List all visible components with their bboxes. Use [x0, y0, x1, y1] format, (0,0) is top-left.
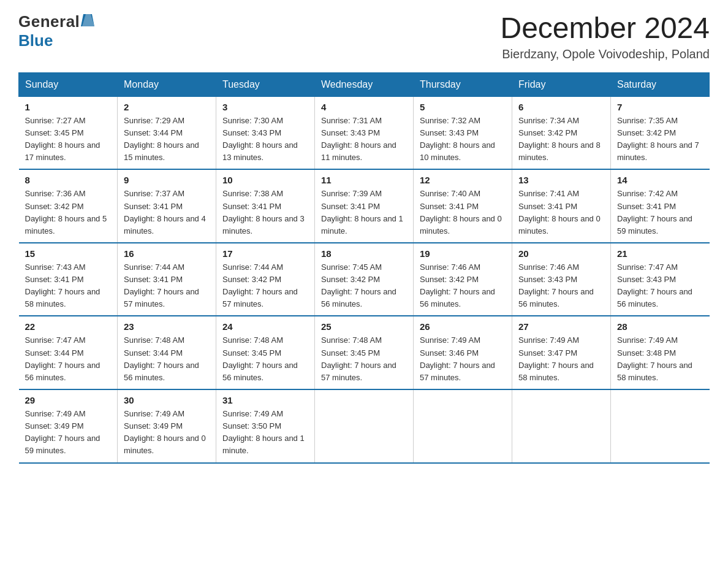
day-number: 31 — [222, 395, 308, 405]
day-number: 22 — [25, 321, 112, 332]
day-number: 11 — [321, 175, 407, 185]
day-number: 26 — [420, 321, 506, 332]
day-info: Sunrise: 7:48 AMSunset: 3:45 PMDaylight:… — [222, 334, 308, 384]
weekday-header-saturday: Saturday — [611, 72, 710, 96]
day-info: Sunrise: 7:35 AMSunset: 3:42 PMDaylight:… — [617, 115, 703, 164]
calendar-week-4: 22 Sunrise: 7:47 AMSunset: 3:44 PMDaylig… — [19, 316, 710, 389]
day-number: 12 — [420, 175, 506, 185]
day-info: Sunrise: 7:46 AMSunset: 3:42 PMDaylight:… — [420, 261, 506, 311]
day-number: 9 — [124, 175, 210, 185]
day-number: 1 — [25, 102, 112, 112]
calendar-cell: 8 Sunrise: 7:36 AMSunset: 3:42 PMDayligh… — [19, 169, 118, 243]
calendar-cell: 30 Sunrise: 7:49 AMSunset: 3:49 PMDaylig… — [118, 389, 216, 463]
day-number: 17 — [222, 248, 308, 259]
day-number: 14 — [617, 175, 703, 185]
calendar-cell: 18 Sunrise: 7:45 AMSunset: 3:42 PMDaylig… — [315, 243, 414, 316]
calendar-cell: 19 Sunrise: 7:46 AMSunset: 3:42 PMDaylig… — [414, 243, 512, 316]
day-info: Sunrise: 7:48 AMSunset: 3:44 PMDaylight:… — [124, 334, 210, 384]
month-title: December 2024 — [500, 12, 710, 45]
calendar-body: 1 Sunrise: 7:27 AMSunset: 3:45 PMDayligh… — [19, 96, 710, 462]
day-info: Sunrise: 7:49 AMSunset: 3:48 PMDaylight:… — [617, 334, 703, 384]
day-number: 4 — [321, 102, 407, 112]
calendar-cell: 9 Sunrise: 7:37 AMSunset: 3:41 PMDayligh… — [118, 169, 216, 243]
day-info: Sunrise: 7:47 AMSunset: 3:44 PMDaylight:… — [25, 334, 112, 384]
calendar-cell: 13 Sunrise: 7:41 AMSunset: 3:41 PMDaylig… — [512, 169, 611, 243]
day-info: Sunrise: 7:48 AMSunset: 3:45 PMDaylight:… — [321, 334, 407, 384]
day-info: Sunrise: 7:39 AMSunset: 3:41 PMDaylight:… — [321, 188, 407, 237]
day-number: 16 — [124, 248, 210, 259]
logo: General Blue — [18, 12, 94, 50]
logo-general: General — [18, 12, 80, 31]
day-number: 21 — [617, 248, 703, 259]
calendar-cell: 16 Sunrise: 7:44 AMSunset: 3:41 PMDaylig… — [118, 243, 216, 316]
calendar-cell: 6 Sunrise: 7:34 AMSunset: 3:42 PMDayligh… — [512, 96, 611, 169]
weekday-header-tuesday: Tuesday — [216, 72, 315, 96]
day-number: 7 — [617, 102, 703, 112]
day-info: Sunrise: 7:49 AMSunset: 3:49 PMDaylight:… — [124, 408, 210, 458]
calendar-cell: 21 Sunrise: 7:47 AMSunset: 3:43 PMDaylig… — [611, 243, 710, 316]
day-info: Sunrise: 7:29 AMSunset: 3:44 PMDaylight:… — [124, 115, 210, 164]
calendar-cell: 22 Sunrise: 7:47 AMSunset: 3:44 PMDaylig… — [19, 316, 118, 389]
calendar-week-5: 29 Sunrise: 7:49 AMSunset: 3:49 PMDaylig… — [19, 389, 710, 463]
day-number: 28 — [617, 321, 703, 332]
day-number: 18 — [321, 248, 407, 259]
weekday-header-wednesday: Wednesday — [315, 72, 414, 96]
day-number: 19 — [420, 248, 506, 259]
day-number: 15 — [25, 248, 112, 259]
day-info: Sunrise: 7:47 AMSunset: 3:43 PMDaylight:… — [617, 261, 703, 311]
calendar-cell: 7 Sunrise: 7:35 AMSunset: 3:42 PMDayligh… — [611, 96, 710, 169]
calendar-cell: 20 Sunrise: 7:46 AMSunset: 3:43 PMDaylig… — [512, 243, 611, 316]
weekday-header-friday: Friday — [512, 72, 611, 96]
page-header: General Blue December 2024 Bierdzany, Op… — [18, 12, 710, 61]
day-info: Sunrise: 7:46 AMSunset: 3:43 PMDaylight:… — [518, 261, 604, 311]
weekday-header-monday: Monday — [118, 72, 216, 96]
calendar-cell — [512, 389, 611, 463]
calendar-cell — [414, 389, 512, 463]
day-info: Sunrise: 7:45 AMSunset: 3:42 PMDaylight:… — [321, 261, 407, 311]
day-number: 13 — [518, 175, 604, 185]
day-number: 23 — [124, 321, 210, 332]
day-info: Sunrise: 7:49 AMSunset: 3:47 PMDaylight:… — [518, 334, 604, 384]
calendar-cell: 4 Sunrise: 7:31 AMSunset: 3:43 PMDayligh… — [315, 96, 414, 169]
calendar-cell: 3 Sunrise: 7:30 AMSunset: 3:43 PMDayligh… — [216, 96, 315, 169]
logo-blue: Blue — [18, 31, 53, 50]
day-info: Sunrise: 7:30 AMSunset: 3:43 PMDaylight:… — [222, 115, 308, 164]
day-info: Sunrise: 7:40 AMSunset: 3:41 PMDaylight:… — [420, 188, 506, 237]
day-number: 24 — [222, 321, 308, 332]
calendar-header: SundayMondayTuesdayWednesdayThursdayFrid… — [19, 72, 710, 96]
calendar-cell: 29 Sunrise: 7:49 AMSunset: 3:49 PMDaylig… — [19, 389, 118, 463]
calendar-cell: 11 Sunrise: 7:39 AMSunset: 3:41 PMDaylig… — [315, 169, 414, 243]
day-number: 10 — [222, 175, 308, 185]
day-info: Sunrise: 7:43 AMSunset: 3:41 PMDaylight:… — [25, 261, 112, 311]
calendar-cell: 10 Sunrise: 7:38 AMSunset: 3:41 PMDaylig… — [216, 169, 315, 243]
location-title: Bierdzany, Opole Voivodeship, Poland — [500, 47, 710, 61]
day-info: Sunrise: 7:37 AMSunset: 3:41 PMDaylight:… — [124, 188, 210, 237]
weekday-row: SundayMondayTuesdayWednesdayThursdayFrid… — [19, 72, 710, 96]
day-info: Sunrise: 7:49 AMSunset: 3:46 PMDaylight:… — [420, 334, 506, 384]
weekday-header-sunday: Sunday — [19, 72, 118, 96]
day-number: 29 — [25, 395, 112, 405]
calendar-week-3: 15 Sunrise: 7:43 AMSunset: 3:41 PMDaylig… — [19, 243, 710, 316]
day-number: 5 — [420, 102, 506, 112]
calendar-cell: 5 Sunrise: 7:32 AMSunset: 3:43 PMDayligh… — [414, 96, 512, 169]
day-info: Sunrise: 7:31 AMSunset: 3:43 PMDaylight:… — [321, 115, 407, 164]
calendar-cell: 26 Sunrise: 7:49 AMSunset: 3:46 PMDaylig… — [414, 316, 512, 389]
title-block: December 2024 Bierdzany, Opole Voivodesh… — [500, 12, 710, 61]
calendar-week-1: 1 Sunrise: 7:27 AMSunset: 3:45 PMDayligh… — [19, 96, 710, 169]
calendar-cell: 24 Sunrise: 7:48 AMSunset: 3:45 PMDaylig… — [216, 316, 315, 389]
day-info: Sunrise: 7:42 AMSunset: 3:41 PMDaylight:… — [617, 188, 703, 237]
day-info: Sunrise: 7:27 AMSunset: 3:45 PMDaylight:… — [25, 115, 112, 164]
day-info: Sunrise: 7:44 AMSunset: 3:42 PMDaylight:… — [222, 261, 308, 311]
calendar-cell: 28 Sunrise: 7:49 AMSunset: 3:48 PMDaylig… — [611, 316, 710, 389]
day-info: Sunrise: 7:49 AMSunset: 3:50 PMDaylight:… — [222, 408, 308, 458]
day-info: Sunrise: 7:41 AMSunset: 3:41 PMDaylight:… — [518, 188, 604, 237]
day-info: Sunrise: 7:49 AMSunset: 3:49 PMDaylight:… — [25, 408, 112, 458]
day-number: 30 — [124, 395, 210, 405]
calendar-table: SundayMondayTuesdayWednesdayThursdayFrid… — [18, 72, 710, 464]
calendar-cell: 17 Sunrise: 7:44 AMSunset: 3:42 PMDaylig… — [216, 243, 315, 316]
day-info: Sunrise: 7:44 AMSunset: 3:41 PMDaylight:… — [124, 261, 210, 311]
day-info: Sunrise: 7:34 AMSunset: 3:42 PMDaylight:… — [518, 115, 604, 164]
calendar-cell: 23 Sunrise: 7:48 AMSunset: 3:44 PMDaylig… — [118, 316, 216, 389]
calendar-cell: 12 Sunrise: 7:40 AMSunset: 3:41 PMDaylig… — [414, 169, 512, 243]
calendar-cell: 27 Sunrise: 7:49 AMSunset: 3:47 PMDaylig… — [512, 316, 611, 389]
